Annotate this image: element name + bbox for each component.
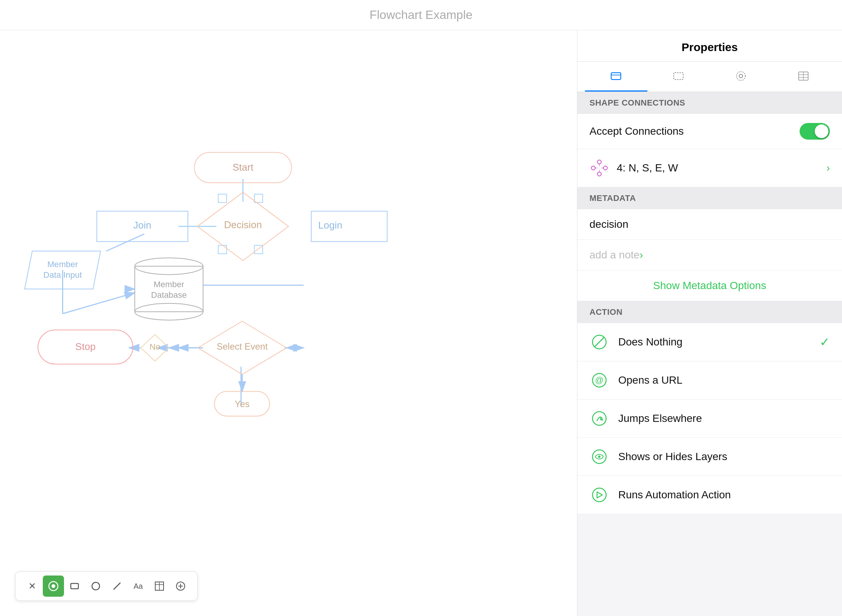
action-opens-url-label: Opens a URL — [618, 374, 830, 386]
top-bar: Flowchart Example — [0, 0, 842, 30]
svg-rect-57 — [611, 73, 621, 79]
flowchart-svg: Start Join Decision Login Member Data In… — [0, 30, 577, 616]
svg-point-66 — [597, 160, 601, 164]
toggle-knob — [815, 124, 828, 138]
connection-points-icon — [589, 158, 609, 178]
svg-text:@: @ — [595, 375, 603, 385]
tab-table[interactable] — [772, 62, 834, 92]
svg-text:Member: Member — [154, 280, 184, 289]
svg-marker-84 — [597, 492, 602, 498]
circle-tool[interactable] — [85, 576, 106, 597]
svg-text:Member: Member — [47, 260, 78, 269]
tab-shape[interactable] — [585, 62, 647, 92]
line-tool[interactable] — [106, 576, 128, 597]
shape-tool[interactable] — [43, 576, 64, 597]
text-tool[interactable]: Aa — [128, 576, 149, 597]
runs-automation-icon — [589, 485, 609, 505]
action-jumps-elsewhere[interactable]: Jumps Elsewhere — [577, 400, 842, 438]
svg-line-2 — [106, 234, 144, 251]
shows-hides-layers-icon — [589, 447, 609, 467]
action-opens-url[interactable]: @ Opens a URL — [577, 361, 842, 400]
svg-rect-59 — [674, 73, 683, 79]
action-check-icon: ✓ — [820, 335, 830, 349]
svg-point-69 — [591, 166, 595, 170]
svg-text:Login: Login — [318, 219, 342, 231]
svg-point-83 — [593, 488, 606, 502]
action-shows-hides-layers[interactable]: Shows or Hides Layers — [577, 438, 842, 476]
svg-point-68 — [597, 172, 601, 176]
connection-points-label: 4: N, S, E, W — [617, 162, 826, 174]
show-metadata-link[interactable]: Show Metadata Options — [653, 280, 766, 291]
section-shape-connections: SHAPE CONNECTIONS — [577, 92, 842, 114]
section-action: ACTION — [577, 301, 842, 323]
svg-point-78 — [593, 412, 606, 425]
opens-url-icon: @ — [589, 370, 609, 390]
connection-points-row[interactable]: 4: N, S, E, W › — [577, 149, 842, 187]
cross-tool[interactable]: ✕ — [22, 576, 43, 597]
more-tool[interactable] — [170, 576, 191, 597]
svg-rect-48 — [71, 583, 78, 589]
svg-rect-14 — [218, 245, 227, 254]
svg-text:No: No — [150, 342, 160, 352]
bottom-toolbar: ✕ Aa — [15, 571, 198, 601]
svg-line-4 — [62, 293, 135, 314]
svg-text:Stop: Stop — [75, 341, 96, 352]
main-layout: Start Join Decision Login Member Data In… — [0, 30, 842, 616]
panel-title: Properties — [589, 41, 830, 54]
svg-text:Yes: Yes — [235, 399, 249, 409]
table-tool[interactable] — [149, 576, 170, 597]
svg-text:Database: Database — [151, 290, 187, 300]
panel-content: SHAPE CONNECTIONS Accept Connections — [577, 92, 842, 616]
svg-rect-12 — [218, 194, 227, 202]
panel-header: Properties — [577, 30, 842, 62]
metadata-value-row: decision — [577, 209, 842, 240]
action-does-nothing[interactable]: Does Nothing ✓ — [577, 323, 842, 361]
svg-line-75 — [595, 338, 604, 347]
svg-text:Decision: Decision — [224, 219, 262, 230]
svg-text:Data Input: Data Input — [44, 270, 82, 280]
svg-text:Select Event: Select Event — [217, 341, 268, 352]
tab-style[interactable] — [647, 62, 710, 92]
svg-point-49 — [92, 582, 100, 590]
accept-connections-label: Accept Connections — [589, 125, 800, 137]
svg-point-67 — [603, 166, 607, 170]
panel-tabs — [577, 62, 842, 92]
right-panel: Properties — [577, 30, 842, 616]
metadata-note: add a note — [589, 249, 639, 261]
action-jumps-elsewhere-label: Jumps Elsewhere — [618, 412, 830, 425]
action-runs-automation-label: Runs Automation Action — [618, 489, 830, 501]
accept-connections-toggle[interactable] — [800, 123, 830, 140]
show-metadata-btn[interactable]: Show Metadata Options — [577, 271, 842, 301]
action-runs-automation[interactable]: Runs Automation Action — [577, 476, 842, 514]
svg-text:Start: Start — [232, 162, 254, 173]
tab-settings[interactable] — [710, 62, 772, 92]
svg-point-47 — [51, 584, 55, 588]
canvas-area[interactable]: Start Join Decision Login Member Data In… — [0, 30, 577, 616]
metadata-value: decision — [589, 218, 628, 230]
metadata-note-row[interactable]: add a note › — [577, 240, 842, 271]
chevron-icon: › — [826, 162, 830, 174]
svg-line-50 — [114, 583, 120, 590]
svg-point-82 — [598, 456, 600, 458]
section-metadata: METADATA — [577, 187, 842, 209]
rect-tool[interactable] — [64, 576, 85, 597]
svg-rect-13 — [254, 194, 263, 202]
does-nothing-icon — [589, 332, 609, 352]
jumps-elsewhere-icon — [589, 409, 609, 428]
action-shows-hides-label: Shows or Hides Layers — [618, 451, 830, 463]
svg-point-61 — [736, 72, 745, 80]
action-does-nothing-label: Does Nothing — [618, 336, 820, 348]
svg-point-60 — [739, 75, 742, 78]
svg-text:Join: Join — [133, 219, 151, 231]
note-chevron-icon: › — [639, 249, 643, 261]
accept-connections-row: Accept Connections — [577, 114, 842, 149]
document-title: Flowchart Example — [370, 8, 472, 22]
